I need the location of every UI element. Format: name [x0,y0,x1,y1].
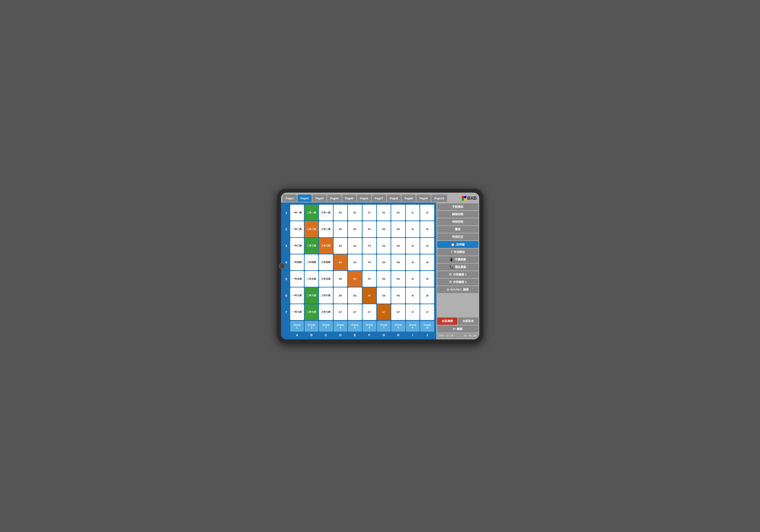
group-4[interactable]: Group4 [334,321,347,332]
group-2[interactable]: Group2 [305,321,318,332]
cell-2h[interactable]: H2 [391,221,405,237]
cell-5b[interactable]: 二年五班 [305,271,318,287]
cell-5a[interactable]: 一年五班 [290,271,304,287]
broadcast-all-button[interactable]: 全區廣播 [437,317,457,325]
cell-1a[interactable]: 一年一班 [290,205,304,220]
cell-3g[interactable]: G3 [377,238,391,254]
cell-7b[interactable]: 二年七班 [305,304,318,320]
group-3[interactable]: Group3 [319,321,333,332]
sidebar-schedule-control[interactable]: 時程控制 [437,218,478,225]
cell-7i[interactable]: I7 [406,304,420,320]
exit-button[interactable]: ↩ 離開 [437,325,478,332]
cell-7d[interactable]: D7 [334,304,347,320]
cell-1d[interactable]: D1 [334,205,347,220]
cell-1c[interactable]: 三年一班 [319,205,333,220]
cell-5i[interactable]: I5 [406,271,420,287]
tab-page7[interactable]: Page7 [372,195,386,202]
cell-6c[interactable]: 三年六班 [319,287,333,303]
cell-1j[interactable]: J1 [420,205,434,220]
cell-1b[interactable]: 二年一班 [305,205,318,220]
cell-1e[interactable]: E1 [348,205,362,220]
cell-2e[interactable]: E2 [348,221,362,237]
group-6[interactable]: Group6 [362,321,376,332]
cell-1f[interactable]: F1 [362,205,376,220]
tab-page3[interactable]: Page3 [312,195,326,202]
cell-5e[interactable]: E5 [348,271,362,287]
cell-4c[interactable]: 三年四班 [319,255,333,270]
tab-page1[interactable]: Page1 [283,195,297,202]
group-1[interactable]: Group1 [290,321,304,332]
cell-7h[interactable]: H7 [391,304,405,320]
cell-6g[interactable]: G6 [377,287,391,303]
cell-6d[interactable]: D6 [334,287,347,303]
cell-7e[interactable]: E7 [348,304,362,320]
cell-4b[interactable]: 二年四班 [305,255,318,270]
cell-6e[interactable]: E6 [348,287,362,303]
cell-5h[interactable]: H5 [391,271,405,287]
cell-2f[interactable]: F2 [362,221,376,237]
cell-6h[interactable]: H6 [391,287,405,303]
cell-5j[interactable]: J5 [420,271,434,287]
cell-6j[interactable]: J6 [420,287,434,303]
cell-5c[interactable]: 三年五班 [319,271,333,287]
cell-3i[interactable]: I3 [406,238,420,254]
cell-6i[interactable]: I6 [406,287,420,303]
sidebar-manual-play[interactable]: 手動播放 [437,203,478,210]
cell-3h[interactable]: H3 [391,238,405,254]
sidebar-no-nc-trigger[interactable]: ⊙ N.O./N.C. 觸發 [437,286,478,293]
cell-4a[interactable]: 一年四班 [290,255,304,270]
group-8[interactable]: Group8 [391,321,405,332]
cell-7j[interactable]: J7 [420,304,434,320]
cell-7f[interactable]: F7 [362,304,376,320]
tab-page6[interactable]: Page6 [357,195,371,202]
cell-3d[interactable]: D3 [334,238,347,254]
sidebar-trigger-status[interactable]: 觸發狀態 [437,211,478,218]
cell-7g[interactable]: G7 [377,304,391,320]
tab-page4[interactable]: Page4 [327,195,341,202]
cell-2d[interactable]: D2 [334,221,347,237]
cell-4d[interactable]: D4 [334,255,347,270]
sidebar-mobile-broadcast[interactable]: 📱 手機廣播 [437,256,478,263]
sidebar-ext-trigger2[interactable]: ⏱ 外部觸發 2 [437,279,478,285]
cell-4g[interactable]: G4 [377,255,391,270]
cell-4e[interactable]: E4 [348,255,362,270]
group-5[interactable]: Group5 [348,321,362,332]
cell-2b[interactable]: 二年二班 [305,221,318,237]
tab-page8b[interactable]: Page8 [402,195,416,202]
cell-4h[interactable]: H4 [391,255,405,270]
cell-5g[interactable]: G5 [377,271,391,287]
cell-3f[interactable]: F3 [362,238,376,254]
cell-4f[interactable]: F4 [362,255,376,270]
cell-2i[interactable]: I2 [406,221,420,237]
cell-6b[interactable]: 二年六班 [305,287,318,303]
cell-7a[interactable]: 一年七班 [290,304,304,320]
group-7[interactable]: Group7 [377,321,391,332]
cell-3j[interactable]: J3 [420,238,434,254]
sidebar-streaming[interactable]: T 串流播放 [437,249,478,256]
tab-page2[interactable]: Page2 [298,195,312,202]
tab-page9[interactable]: Page9 [416,195,431,202]
sidebar-chart[interactable]: 圖表 [437,226,478,233]
sidebar-timer[interactable]: ⏰ 定時鐘 [437,241,478,248]
tab-page5[interactable]: Page5 [342,195,356,202]
cell-3b[interactable]: 二年三班 [305,238,318,254]
cancel-all-button[interactable]: 全區取消 [458,317,478,325]
cell-5d[interactable]: D5 [334,271,347,287]
tab-page8a[interactable]: Page8 [387,195,401,202]
cell-4i[interactable]: I4 [406,255,420,270]
sidebar-ext-trigger1[interactable]: ⏱ 外部觸發 1 [437,271,478,278]
home-button[interactable] [279,263,285,269]
cell-6f[interactable]: F6 [362,287,376,303]
sidebar-phone-broadcast[interactable]: 📞 電話廣播 [437,264,478,270]
cell-1g[interactable]: G1 [377,205,391,220]
cell-2a[interactable]: 一年二班 [290,221,304,237]
cell-3c[interactable]: 三年三班 [319,238,333,254]
cell-1i[interactable]: I1 [406,205,420,220]
sidebar-schedule-setting[interactable]: 時程設定 [437,233,478,240]
group-9[interactable]: Group9 [406,321,420,332]
cell-7c[interactable]: 三年七班 [319,304,333,320]
cell-1h[interactable]: H1 [391,205,405,220]
cell-3e[interactable]: E3 [348,238,362,254]
cell-5f[interactable]: F5 [362,271,376,287]
cell-2j[interactable]: J2 [420,221,434,237]
